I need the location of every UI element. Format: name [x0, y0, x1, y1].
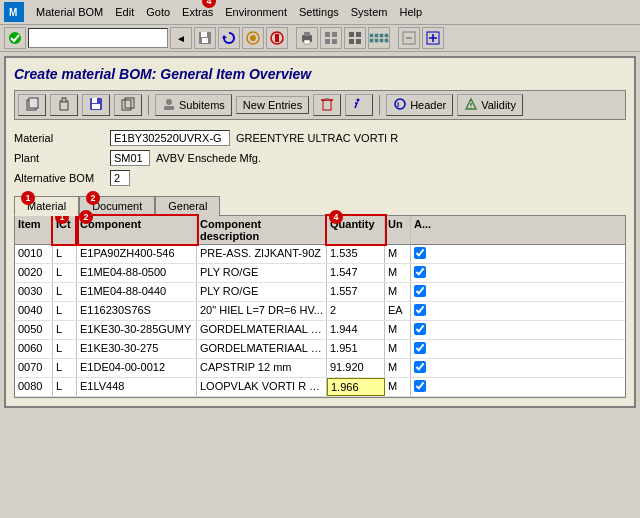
refresh-btn[interactable]: [218, 27, 240, 49]
svg-rect-26: [370, 39, 374, 43]
svg-point-2: [9, 32, 21, 44]
validity-label: Validity: [481, 99, 516, 111]
table-row[interactable]: 0050 L E1KE30-30-285GUMY GORDELMATERIAAL…: [15, 321, 625, 340]
cell-un-3: EA: [385, 302, 411, 320]
cell-ict-6: L: [53, 359, 77, 377]
cell-checkbox-6[interactable]: [411, 359, 437, 377]
cell-qty-5: 1.951: [327, 340, 385, 358]
nav2-btn[interactable]: [266, 27, 288, 49]
nav1-btn[interactable]: [242, 27, 264, 49]
cell-checkbox-0[interactable]: [411, 245, 437, 263]
tb5-btn[interactable]: [398, 27, 420, 49]
save-file-btn[interactable]: [82, 94, 110, 116]
table-row[interactable]: 0080 L E1LV448 LOOPVLAK VORTI R TB ... 1…: [15, 378, 625, 397]
tb2-btn[interactable]: [320, 27, 342, 49]
cell-checkbox-5[interactable]: [411, 340, 437, 358]
cell-item-6: 0070: [15, 359, 53, 377]
menu-material-bom[interactable]: Material BOM: [36, 6, 103, 18]
table-row[interactable]: 0070 L E1DE04-00-0012 CAPSTRIP 12 mm 91.…: [15, 359, 625, 378]
page-title: Create material BOM: General Item Overvi…: [14, 66, 626, 82]
plant-value[interactable]: SM01: [110, 150, 150, 166]
material-row: Material E1BY302520UVRX-G GREENTYRE ULTR…: [14, 130, 626, 146]
header-icon: i: [393, 97, 407, 113]
tab-document-label: Document: [92, 200, 142, 212]
command-input[interactable]: [28, 28, 168, 48]
cell-desc-7: LOOPVLAK VORTI R TB ...: [197, 378, 327, 396]
table-row[interactable]: 0040 L E116230S76S 20" HIEL L=7 DR=6 HV.…: [15, 302, 625, 321]
cell-item-4: 0050: [15, 321, 53, 339]
paste-icon-btn[interactable]: [50, 94, 78, 116]
new-entries-btn[interactable]: New Entries: [236, 96, 309, 114]
subitems-btn[interactable]: Subitems: [155, 94, 232, 116]
cell-ict-3: L: [53, 302, 77, 320]
material-label: Material: [14, 132, 104, 144]
cell-item-0: 0010: [15, 245, 53, 263]
col-header-un: Un: [385, 216, 411, 244]
cell-ict-5: L: [53, 340, 77, 358]
cell-desc-1: PLY RO/GE: [197, 264, 327, 282]
table-row[interactable]: 0020 L E1ME04-88-0500 PLY RO/GE 1.547 M: [15, 264, 625, 283]
tb3-btn[interactable]: [344, 27, 366, 49]
table-row[interactable]: 0010 L E1PA90ZH400-546 PRE-ASS. ZIJKANT-…: [15, 245, 625, 264]
cell-checkbox-2[interactable]: [411, 283, 437, 301]
checkbox-3[interactable]: [414, 304, 426, 316]
table-header: Item 1 ICt 2 Component 4 Component descr…: [15, 216, 625, 245]
svg-marker-6: [222, 35, 227, 38]
svg-point-44: [166, 99, 172, 105]
app-icon: M: [4, 2, 24, 22]
svg-rect-36: [29, 98, 38, 108]
tab-general[interactable]: General: [155, 196, 220, 216]
multiple-btn[interactable]: [114, 94, 142, 116]
check-btn[interactable]: [4, 27, 26, 49]
info-btn[interactable]: [345, 94, 373, 116]
checkbox-7[interactable]: [414, 380, 426, 392]
cell-component-4: E1KE30-30-285GUMY: [77, 321, 197, 339]
delete-btn[interactable]: [313, 94, 341, 116]
svg-rect-27: [375, 39, 379, 43]
back-btn[interactable]: ◄: [170, 27, 192, 49]
tb6-btn[interactable]: [422, 27, 444, 49]
cell-checkbox-7[interactable]: [411, 378, 437, 396]
svg-rect-48: [325, 98, 329, 100]
material-text: GREENTYRE ULTRAC VORTI R: [236, 132, 398, 144]
menu-system[interactable]: System: [351, 6, 388, 18]
cell-desc-4: GORDELMATERIAAL GR ...: [197, 321, 327, 339]
checkbox-0[interactable]: [414, 247, 426, 259]
checkbox-4[interactable]: [414, 323, 426, 335]
cell-checkbox-1[interactable]: [411, 264, 437, 282]
cell-component-6: E1DE04-00-0012: [77, 359, 197, 377]
table-row[interactable]: 0060 L E1KE30-30-275 GORDELMATERIAAL GRO…: [15, 340, 625, 359]
save-icon-btn[interactable]: [194, 27, 216, 49]
copy-icon-btn[interactable]: [18, 94, 46, 116]
cell-checkbox-4[interactable]: [411, 321, 437, 339]
svg-rect-45: [164, 106, 174, 110]
validity-icon: [464, 97, 478, 113]
menu-edit[interactable]: Edit: [115, 6, 134, 18]
menu-goto[interactable]: Goto: [146, 6, 170, 18]
print-btn[interactable]: [296, 27, 318, 49]
cell-checkbox-3[interactable]: [411, 302, 437, 320]
cell-component-3: E116230S76S: [77, 302, 197, 320]
checkbox-6[interactable]: [414, 361, 426, 373]
header-label: Header: [410, 99, 446, 111]
menu-settings[interactable]: Settings: [299, 6, 339, 18]
tb4-btn[interactable]: [368, 27, 390, 49]
svg-rect-15: [332, 32, 337, 37]
menu-help[interactable]: Help: [399, 6, 422, 18]
cell-desc-5: GORDELMATERIAAL GRO...: [197, 340, 327, 358]
cell-qty-7[interactable]: 1.966: [327, 378, 385, 396]
cell-un-1: M: [385, 264, 411, 282]
tab-material[interactable]: 1 Material: [14, 196, 79, 216]
menu-environment[interactable]: Environment: [225, 6, 287, 18]
checkbox-1[interactable]: [414, 266, 426, 278]
validity-btn[interactable]: Validity: [457, 94, 523, 116]
header-btn[interactable]: i Header: [386, 94, 453, 116]
alt-bom-value[interactable]: 2: [110, 170, 130, 186]
svg-rect-10: [275, 34, 279, 42]
cell-un-2: M: [385, 283, 411, 301]
table-row[interactable]: 0030 L E1ME04-88-0440 PLY RO/GE 1.557 M: [15, 283, 625, 302]
material-value[interactable]: E1BY302520UVRX-G: [110, 130, 230, 146]
checkbox-2[interactable]: [414, 285, 426, 297]
svg-rect-17: [332, 39, 337, 44]
checkbox-5[interactable]: [414, 342, 426, 354]
